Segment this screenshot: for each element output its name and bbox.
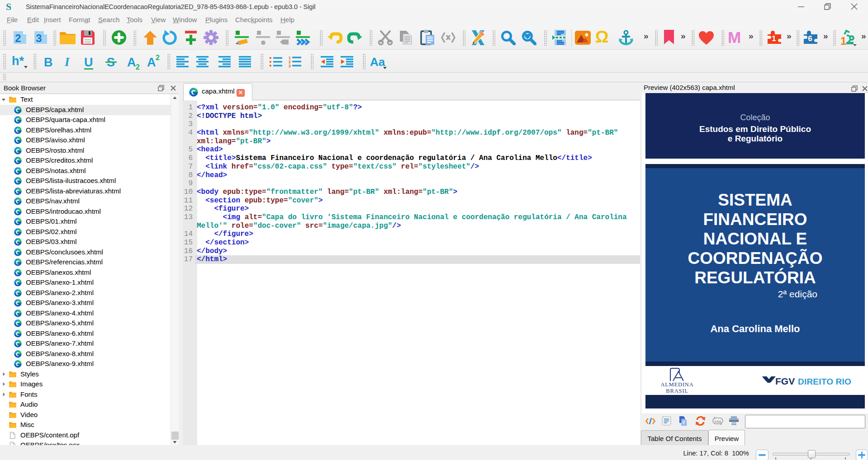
svg-text:3: 3 [289, 64, 291, 68]
svg-text:2: 2 [15, 32, 21, 44]
svg-text:1: 1 [840, 35, 846, 46]
svg-text:6: 6 [808, 34, 812, 43]
svg-text:1: 1 [772, 34, 776, 43]
svg-text:3: 3 [36, 32, 42, 44]
svg-text:css: css [714, 419, 721, 424]
